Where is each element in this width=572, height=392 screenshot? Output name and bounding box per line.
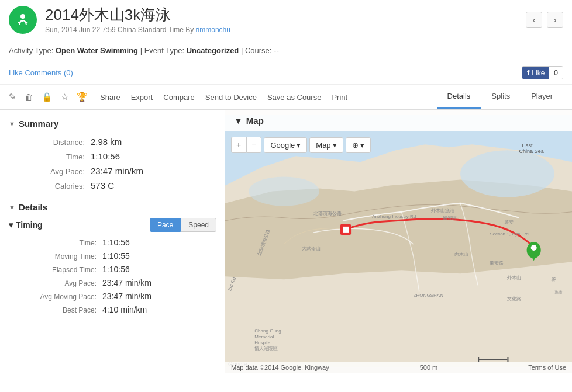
summary-stats: Distance: 2.98 km Time: 1:10:56 Avg Pace… [9, 137, 216, 190]
layers-dropdown[interactable]: ⊕ ▾ [346, 137, 371, 153]
summary-title: Summary [19, 119, 58, 129]
google-chevron-icon: ▾ [297, 141, 301, 150]
logo-icon [15, 12, 31, 28]
save-as-course-action[interactable]: Save as Course [267, 86, 322, 109]
pace-speed-toggle: Pace Speed [150, 218, 216, 232]
speed-toggle-btn[interactable]: Speed [181, 218, 216, 232]
edit-icon[interactable]: ✎ [9, 92, 16, 102]
left-panel: ▼ Summary Distance: 2.98 km Time: 1:10:5… [0, 110, 225, 373]
svg-text:Memorial: Memorial [254, 334, 274, 339]
zoom-out-btn[interactable]: − [246, 137, 261, 153]
trophy-icon[interactable]: 🏆 [77, 92, 88, 102]
svg-text:大武崙山: 大武崙山 [302, 246, 321, 251]
social-bar: Like Comments (0) f Like 0 [0, 61, 572, 85]
distance-row: Distance: 2.98 km [9, 137, 216, 147]
print-action[interactable]: Print [332, 86, 347, 109]
svg-point-0 [20, 14, 25, 19]
distance-value: 2.98 km [91, 137, 122, 147]
tab-splits[interactable]: Splits [481, 85, 521, 109]
best-pace-row: Best Pace: 4:10 min/km [9, 305, 216, 314]
next-arrow[interactable]: › [547, 12, 563, 28]
svg-text:China Sea: China Sea [519, 148, 545, 154]
google-label: Google [270, 141, 295, 150]
course-label: Course: [245, 46, 272, 55]
timing-label: Timing [16, 220, 43, 230]
timing-time-value: 1:10:56 [102, 238, 130, 247]
moving-time-label: Moving Time: [9, 252, 102, 261]
like-comments-link[interactable]: Like Comments (0) [9, 68, 73, 77]
tab-details[interactable]: Details [437, 85, 481, 109]
best-pace-label: Best Pace: [9, 306, 102, 314]
svg-text:East: East [522, 143, 533, 148]
timing-subsection-header: ▾ Timing Pace Speed [9, 218, 216, 232]
timing-time-label: Time: [9, 239, 102, 247]
moving-time-row: Moving Time: 1:10:55 [9, 251, 216, 261]
svg-text:Section 1, Hyai Rd: Section 1, Hyai Rd [490, 231, 529, 237]
tab-player[interactable]: Player [521, 85, 563, 109]
layers-chevron-icon: ▾ [360, 141, 364, 150]
summary-toggle-icon: ▼ [9, 120, 15, 127]
page-header: 2014外木山3k海泳 Sun, 2014 Jun 22 7:59 China … [0, 0, 572, 40]
detail-avg-pace-row: Avg Pace: 23:47 min/km [9, 278, 216, 287]
svg-point-4 [460, 150, 554, 197]
star-icon[interactable]: ☆ [61, 92, 68, 102]
send-to-device-action[interactable]: Send to Device [205, 86, 257, 109]
time-row: Time: 1:10:56 [9, 151, 216, 161]
by-label: By [185, 26, 194, 34]
svg-rect-36 [507, 357, 508, 362]
svg-text:內木山: 內木山 [454, 252, 468, 257]
lock-icon[interactable]: 🔒 [42, 92, 53, 102]
activity-subtitle: Sun, 2014 Jun 22 7:59 China Standard Tim… [45, 26, 526, 34]
trash-icon[interactable]: 🗑 [25, 92, 33, 102]
map-toggle-icon: ▼ [234, 116, 243, 126]
zoom-controls: + − [231, 137, 261, 153]
pace-toggle-btn[interactable]: Pace [150, 218, 181, 232]
subtitle-date: Sun, 2014 Jun 22 7:59 China Standard Tim… [45, 26, 184, 34]
svg-text:廉安路: 廉安路 [490, 261, 504, 266]
map-terms[interactable]: Terms of Use [528, 364, 566, 371]
svg-text:Anzhong Industry Rd: Anzhong Industry Rd [372, 214, 416, 219]
timing-stats: Time: 1:10:56 Moving Time: 1:10:55 Elaps… [9, 238, 216, 314]
avg-pace-row: Avg Pace: 23:47 min/km [9, 166, 216, 176]
distance-label: Distance: [9, 138, 91, 147]
svg-text:北部濱海公路: 北部濱海公路 [313, 211, 342, 216]
map-type-label: Map [316, 141, 330, 150]
fb-like-widget: f Like 0 [522, 66, 563, 79]
fb-count: 0 [549, 67, 563, 79]
details-section-header[interactable]: ▼ Details [9, 202, 216, 212]
summary-section-header[interactable]: ▼ Summary [9, 119, 216, 129]
svg-point-5 [249, 176, 319, 206]
timing-subsection: ▾ Timing Pace Speed Time: 1:10:56 Moving… [9, 218, 216, 314]
zoom-in-btn[interactable]: + [231, 137, 246, 153]
activity-title: 2014外木山3k海泳 [45, 6, 526, 24]
map-type-chevron-icon: ▾ [333, 141, 337, 150]
course-value: -- [274, 46, 279, 55]
main-content: ▼ Summary Distance: 2.98 km Time: 1:10:5… [0, 110, 572, 373]
toolbar-divider [97, 91, 97, 103]
map-header: ▼ Map [225, 110, 572, 131]
map-type-dropdown[interactable]: Map ▾ [309, 137, 343, 153]
app-logo [9, 6, 37, 34]
svg-rect-35 [478, 357, 479, 362]
detail-avg-pace-label: Avg Pace: [9, 279, 102, 287]
compare-action[interactable]: Compare [163, 86, 194, 109]
event-type-value: Uncategorized [187, 46, 239, 55]
details-toggle-icon: ▼ [9, 204, 15, 211]
layers-icon: ⊕ [352, 141, 359, 150]
timing-time-row: Time: 1:10:56 [9, 238, 216, 247]
best-pace-value: 4:10 min/km [102, 305, 147, 314]
author-link[interactable]: rimmonchu [196, 26, 230, 34]
right-panel: ▼ Map + − Google ▾ Map ▾ ⊕ ▾ [225, 110, 572, 373]
prev-arrow[interactable]: ‹ [526, 12, 542, 28]
export-action[interactable]: Export [131, 86, 153, 109]
google-dropdown[interactable]: Google ▾ [264, 137, 307, 153]
avg-moving-pace-value: 23:47 min/km [102, 292, 151, 301]
svg-text:漁港: 漁港 [554, 290, 563, 294]
fb-like-button[interactable]: f Like [522, 67, 549, 79]
map-controls: + − Google ▾ Map ▾ ⊕ ▾ [231, 137, 371, 153]
share-action[interactable]: Share [100, 86, 120, 109]
toolbar: ✎ 🗑 🔒 ☆ 🏆 Share Export Compare Send to D… [0, 85, 572, 110]
map-title: Map [246, 116, 264, 126]
sep2: | [241, 46, 245, 55]
nav-arrows: ‹ › [526, 12, 563, 28]
